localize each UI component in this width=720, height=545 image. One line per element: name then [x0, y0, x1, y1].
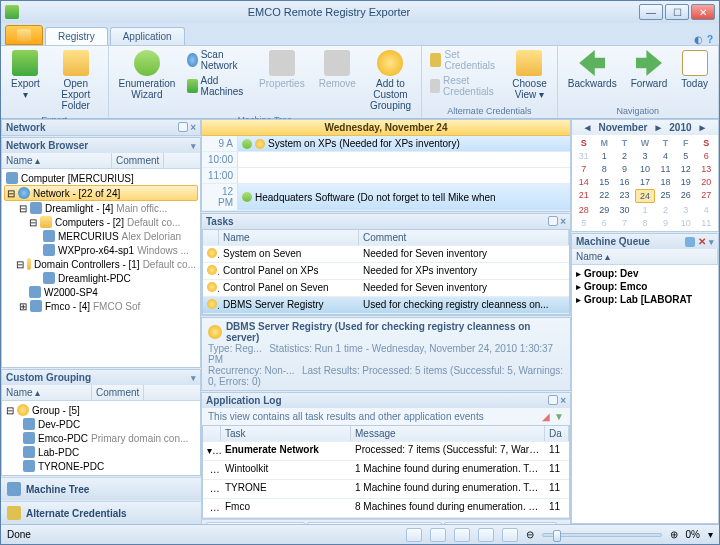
alt-credentials-nav-button[interactable]: Alternate Credentials — [1, 501, 201, 524]
add-machines-button[interactable]: Add Machines — [185, 74, 249, 98]
tree-item[interactable]: ⊟Network - [22 of 24] — [4, 185, 198, 201]
cal-day[interactable]: 9 — [656, 217, 675, 229]
zoom-out[interactable]: ⊖ — [526, 529, 534, 540]
cal-day[interactable]: 18 — [656, 176, 675, 188]
style-icon[interactable]: ◐ — [694, 34, 703, 45]
schedule-event[interactable]: Headquaters Software (Do not forget to t… — [238, 184, 570, 210]
tree-item[interactable]: ⊟ Computers - [2] Default co... — [4, 215, 198, 229]
close-icon[interactable]: × — [560, 216, 566, 227]
enumeration-wizard-button[interactable]: Enumeration Wizard — [115, 48, 180, 102]
cal-day[interactable]: 25 — [656, 189, 675, 203]
cal-day[interactable]: 2 — [656, 204, 675, 216]
properties-button[interactable]: Properties — [255, 48, 309, 91]
forward-button[interactable]: Forward — [627, 48, 672, 91]
col-message[interactable]: Message — [351, 426, 545, 441]
cal-day[interactable]: 10 — [676, 217, 695, 229]
col-name[interactable]: Name ▴ — [2, 385, 92, 400]
tree-item[interactable]: Lab-PDC — [4, 445, 198, 459]
pin-icon[interactable] — [548, 395, 558, 405]
network-tree[interactable]: Computer [MERCURIUS] ⊟Network - [22 of 2… — [2, 169, 200, 367]
table-row[interactable]: DBMS Server RegistryUsed for checking re… — [203, 297, 569, 314]
cal-day[interactable]: 1 — [635, 204, 654, 216]
tree-item[interactable]: WXPpro-x64-sp1 Windows ... — [4, 243, 198, 257]
cal-day[interactable]: 14 — [574, 176, 593, 188]
reset-credentials-button[interactable]: Reset Credentials — [428, 74, 502, 98]
cal-day[interactable]: 17 — [635, 176, 654, 188]
queue-list[interactable]: ▸ Group: Dev ▸ Group: Emco ▸ Group: Lab … — [572, 265, 718, 523]
table-row[interactable]: Control Panel on SevenNeeded for Seven i… — [203, 280, 569, 297]
export-button[interactable]: Export ▾ — [7, 48, 44, 102]
tasks-header[interactable]: Tasks× — [202, 214, 570, 229]
set-credentials-button[interactable]: Set Credentials — [428, 48, 502, 72]
cal-day[interactable]: 15 — [594, 176, 613, 188]
cal-day[interactable]: 24 — [635, 189, 654, 203]
pin-icon[interactable] — [178, 122, 188, 132]
cal-year[interactable]: 2010 — [669, 122, 691, 133]
tree-item[interactable]: ⊟ Group - [5] — [4, 403, 198, 417]
app-log-header[interactable]: Application Log× — [202, 393, 570, 408]
tab-application[interactable]: Application — [110, 27, 185, 45]
col-comment[interactable]: Comment — [112, 153, 164, 168]
cal-day[interactable]: 4 — [697, 204, 716, 216]
close-icon[interactable]: × — [560, 395, 566, 406]
slider-thumb[interactable] — [553, 530, 561, 542]
network-browser-header[interactable]: Network Browser▾ — [2, 138, 200, 153]
custom-grouping-header[interactable]: Custom Grouping▾ — [2, 370, 200, 385]
cal-day[interactable]: 22 — [594, 189, 613, 203]
cal-day[interactable]: 3 — [676, 204, 695, 216]
cal-day[interactable]: 6 — [594, 217, 613, 229]
cal-day[interactable]: 6 — [697, 150, 716, 162]
pin-icon[interactable] — [548, 216, 558, 226]
col-task[interactable]: Task — [221, 426, 351, 441]
cal-day[interactable]: 4 — [656, 150, 675, 162]
tree-item[interactable]: MERCURIUS Alex Delorian — [4, 229, 198, 243]
close-button[interactable]: ✕ — [691, 4, 715, 20]
cal-day[interactable]: 12 — [676, 163, 695, 175]
tree-item[interactable]: Computer [MERCURIUS] — [4, 171, 198, 185]
list-item[interactable]: ▸ Group: Emco — [574, 280, 716, 293]
cal-day[interactable]: 7 — [615, 217, 634, 229]
table-row[interactable]: Control Panel on XPsNeeded for XPs inven… — [203, 263, 569, 280]
tab-registry[interactable]: Registry — [45, 27, 108, 45]
cal-month[interactable]: November — [598, 122, 647, 133]
cal-day[interactable]: 7 — [574, 163, 593, 175]
cal-day[interactable]: 30 — [615, 204, 634, 216]
cal-day[interactable]: 3 — [635, 150, 654, 162]
cal-day[interactable]: 19 — [676, 176, 695, 188]
cal-day[interactable]: 1 — [594, 150, 613, 162]
cal-day[interactable]: 16 — [615, 176, 634, 188]
cal-day[interactable]: 31 — [574, 150, 593, 162]
cal-day[interactable]: 11 — [656, 163, 675, 175]
cal-prev[interactable]: ◄ — [583, 122, 593, 133]
tree-item[interactable]: Emco-PDC Primary domain con... — [4, 431, 198, 445]
table-row[interactable]: ⓘFmco8 Machines found during enumeration… — [203, 499, 569, 518]
today-button[interactable]: Today — [677, 48, 712, 91]
schedule-slot[interactable] — [238, 168, 570, 183]
cal-day[interactable]: 10 — [635, 163, 654, 175]
help-icon[interactable]: ? — [707, 34, 713, 45]
backwards-button[interactable]: Backwards — [564, 48, 621, 91]
tree-item[interactable]: Dev-PDC — [4, 417, 198, 431]
cal-day[interactable]: 29 — [594, 204, 613, 216]
view-btn-3[interactable] — [454, 528, 470, 542]
schedule-slot[interactable] — [238, 152, 570, 167]
maximize-button[interactable]: ☐ — [665, 4, 689, 20]
view-btn-2[interactable] — [430, 528, 446, 542]
cal-day[interactable]: 5 — [676, 150, 695, 162]
cal-day[interactable]: 8 — [594, 163, 613, 175]
network-panel-header[interactable]: Network× — [2, 120, 200, 135]
tree-item[interactable]: TYRONE-PDC — [4, 459, 198, 473]
minimize-button[interactable]: — — [639, 4, 663, 20]
col-comment[interactable]: Comment — [359, 230, 569, 245]
zoom-in[interactable]: ⊕ — [670, 529, 678, 540]
cal-day[interactable]: 26 — [676, 189, 695, 203]
cal-day[interactable]: 2 — [615, 150, 634, 162]
tree-item[interactable]: W2000-SP4 — [4, 285, 198, 299]
grouping-tree[interactable]: ⊟ Group - [5] Dev-PDC Emco-PDC Primary d… — [2, 401, 200, 475]
schedule-event[interactable]: System on XPs (Needed for XPs inventory) — [238, 136, 570, 151]
choose-view-button[interactable]: Choose View ▾ — [508, 48, 550, 102]
cal-day[interactable]: 21 — [574, 189, 593, 203]
cal-day[interactable]: 8 — [635, 217, 654, 229]
cal-day[interactable]: 9 — [615, 163, 634, 175]
add-to-grouping-button[interactable]: Add to Custom Grouping — [366, 48, 415, 113]
